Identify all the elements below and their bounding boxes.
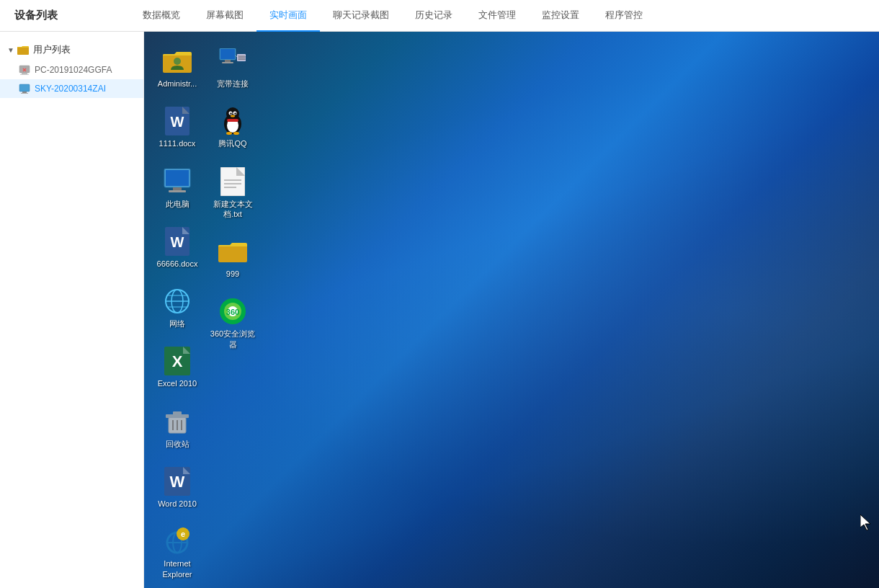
icon-qq[interactable]: 腾讯QQ [207, 102, 259, 153]
svg-rect-8 [21, 93, 28, 94]
svg-point-61 [231, 115, 235, 117]
svg-point-63 [233, 132, 239, 135]
icon-network[interactable]: 网络 [151, 282, 203, 333]
app-title: 设备列表 [14, 9, 72, 22]
svg-point-60 [234, 113, 236, 115]
folder-icon [17, 44, 29, 55]
docx2-icon: W [163, 227, 192, 256]
svg-rect-47 [222, 62, 233, 63]
icon-recycle[interactable]: 回收站 [151, 403, 203, 453]
svg-text:W: W [171, 114, 184, 130]
svg-rect-46 [225, 60, 231, 62]
icon-folder999[interactable]: 999 [207, 233, 259, 283]
folder999-label: 999 [226, 269, 239, 279]
device-name-sky1: SKY-20200314ZAI [35, 84, 106, 94]
svg-rect-6 [19, 84, 30, 92]
network-icon [163, 287, 192, 316]
cursor-arrow-icon [860, 514, 872, 530]
broadband-icon [218, 47, 247, 76]
sidebar: ▼ 用户列表 PC-20191024GGFA [0, 32, 144, 588]
icon-excel2010[interactable]: X Excel 2010 [151, 342, 203, 393]
icon-ie[interactable]: e InternetExplorer [151, 522, 203, 584]
svg-rect-16 [166, 170, 189, 186]
svg-rect-18 [169, 190, 186, 192]
docx1-icon: W [163, 107, 192, 135]
thispc-label: 此电脑 [166, 199, 189, 209]
tab-screenshot[interactable]: 屏幕截图 [193, 0, 256, 32]
monitor-online-icon [19, 83, 30, 94]
qq-label: 腾讯QQ [218, 138, 246, 148]
docx1-label: 1111.docx [159, 138, 196, 148]
tab-data[interactable]: 数据概览 [130, 0, 193, 32]
icon-thispc[interactable]: 此电脑 [151, 163, 203, 213]
icon-docx1[interactable]: W 1111.docx [151, 102, 203, 153]
windows-desktop: Administr... W 1111.docx [144, 32, 879, 588]
excel2010-icon: X [163, 347, 192, 375]
browser360-label: 360安全浏览器 [210, 329, 256, 349]
pc-offline-icon [19, 64, 30, 76]
main-layout: ▼ 用户列表 PC-20191024GGFA [0, 32, 879, 588]
qq-icon [218, 107, 247, 135]
svg-rect-2 [22, 73, 27, 74]
svg-text:360: 360 [226, 308, 239, 316]
svg-rect-71 [218, 245, 247, 262]
icon-broadband[interactable]: 宽带连接 [207, 43, 259, 93]
icon-browser360[interactable]: 360 360安全浏览器 [207, 293, 259, 354]
svg-rect-7 [22, 92, 27, 93]
recycle-icon [163, 407, 192, 436]
device-name-pc1: PC-20191024GGFA [35, 65, 112, 75]
svg-marker-76 [860, 514, 870, 530]
desktop-container: Administr... W 1111.docx [144, 32, 879, 588]
user-list-header[interactable]: ▼ 用户列表 [0, 39, 143, 61]
svg-text:X: X [172, 352, 183, 370]
expand-arrow-icon: ▼ [7, 46, 14, 54]
tab-files[interactable]: 文件管理 [465, 0, 529, 32]
admin-label: Administr... [158, 79, 197, 89]
icon-newtxt[interactable]: 新建文本文档.txt [207, 163, 259, 224]
tab-chat[interactable]: 聊天记录截图 [320, 0, 402, 32]
sidebar-section-users: ▼ 用户列表 PC-20191024GGFA [0, 39, 143, 98]
ie-label: InternetExplorer [163, 558, 192, 579]
docx2-label: 66666.docx [157, 259, 198, 269]
tab-realtime[interactable]: 实时画面 [256, 0, 320, 32]
excel2010-label: Excel 2010 [158, 378, 197, 388]
user-list-label: 用户列表 [33, 43, 71, 56]
svg-rect-45 [220, 49, 235, 59]
svg-point-62 [226, 132, 232, 135]
svg-rect-0 [17, 47, 29, 55]
tab-monitor[interactable]: 监控设置 [529, 0, 592, 32]
svg-text:e: e [181, 530, 185, 538]
icon-word2010[interactable]: W Word 2010 [151, 463, 203, 513]
folder999-icon [218, 237, 247, 266]
browser360-icon: 360 [218, 297, 247, 326]
svg-rect-65 [220, 167, 245, 196]
svg-rect-64 [227, 119, 238, 122]
sidebar-item-sky1[interactable]: SKY-20200314ZAI [0, 79, 143, 98]
thispc-icon [163, 167, 192, 196]
svg-rect-49 [238, 55, 245, 61]
broadband-label: 宽带连接 [217, 79, 249, 89]
icon-admin[interactable]: Administr... [151, 43, 203, 93]
svg-rect-3 [20, 74, 29, 75]
svg-point-10 [174, 58, 181, 65]
svg-point-59 [230, 113, 231, 115]
content-area: Administr... W 1111.docx [144, 32, 879, 588]
cursor-indicator [860, 514, 872, 530]
tab-history[interactable]: 历史记录 [402, 0, 465, 32]
ie-icon: e [163, 527, 192, 556]
svg-rect-17 [173, 187, 182, 190]
word2010-icon: W [163, 467, 192, 496]
tab-programs[interactable]: 程序管控 [592, 0, 656, 32]
network-label: 网络 [169, 318, 185, 329]
admin-folder-icon [163, 47, 192, 76]
icon-docx2[interactable]: W 66666.docx [151, 223, 203, 273]
svg-text:W: W [170, 473, 185, 491]
svg-rect-32 [173, 411, 182, 415]
nav-tabs: 数据概览 屏幕截图 实时画面 聊天记录截图 历史记录 文件管理 监控设置 程序管… [130, 0, 656, 32]
header: 设备列表 数据概览 屏幕截图 实时画面 聊天记录截图 历史记录 文件管理 监控设… [0, 0, 879, 32]
desktop-icon-grid: Administr... W 1111.docx [144, 32, 879, 588]
newtxt-icon [218, 167, 247, 196]
sidebar-item-pc1[interactable]: PC-20191024GGFA [0, 61, 143, 79]
word2010-label: Word 2010 [158, 499, 197, 509]
recycle-label: 回收站 [166, 439, 189, 449]
